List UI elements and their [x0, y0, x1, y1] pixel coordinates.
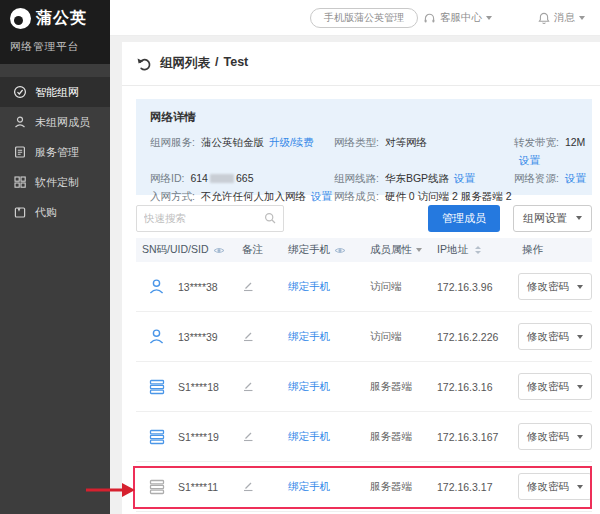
- edit-note-icon[interactable]: [242, 280, 254, 292]
- search-input[interactable]: [144, 212, 264, 224]
- server-device-icon: [148, 378, 166, 396]
- sidebar-nav: 智能组网 未组网成员 服务管理 软件定制 代购: [0, 77, 110, 227]
- user-device-icon: [147, 327, 166, 346]
- column-header-sn: SN码/UID/SID: [136, 243, 234, 257]
- member-ip: 172.16.3.16: [434, 381, 512, 393]
- member-type: 服务器端: [362, 380, 434, 394]
- mobile-admin-button[interactable]: 手机版蒲公英管理: [310, 8, 418, 28]
- member-ip: 172.16.3.17: [434, 481, 512, 493]
- sidebar: 蒲公英 网络管理平台 智能组网 未组网成员 服务管理 软件定制 代购: [0, 0, 110, 514]
- logo-block: 蒲公英 网络管理平台: [0, 0, 110, 64]
- member-ip: 172.16.3.96: [434, 281, 512, 293]
- field-forward-bandwidth: 转发带宽:12M设置: [514, 133, 592, 169]
- edit-note-icon[interactable]: [242, 480, 254, 492]
- edit-note-icon[interactable]: [242, 330, 254, 342]
- bandwidth-settings-link[interactable]: 设置: [519, 154, 540, 166]
- member-id: 13****38: [170, 281, 234, 293]
- change-password-button[interactable]: 修改密码: [518, 273, 592, 300]
- redacted-id-segment: [210, 174, 234, 183]
- field-network-resource: 网络资源:设置: [514, 169, 592, 187]
- member-type: 服务器端: [362, 430, 434, 444]
- chevron-down-icon: [579, 16, 585, 20]
- member-ip: 172.16.3.167: [434, 431, 512, 443]
- main-content-card: 组网列表 / Test 网络详情 组网服务:蒲公英铂金版升级/续费 网络类型:对…: [122, 42, 600, 514]
- platform-subtitle: 网络管理平台: [10, 40, 110, 54]
- upgrade-renew-link[interactable]: 升级/续费: [269, 136, 314, 148]
- member-table: SN码/UID/SID 备注 绑定手机 成员属性 IP地址 操作 13****3…: [136, 238, 592, 512]
- table-row-annotated: S1****11 绑定手机 服务器端 172.16.3.17 修改密码: [136, 462, 592, 512]
- bind-phone-link[interactable]: 绑定手机: [288, 330, 330, 342]
- edit-note-icon[interactable]: [242, 380, 254, 392]
- table-row: 13****38 绑定手机 访问端 172.16.3.96 修改密码: [136, 262, 592, 312]
- breadcrumb: 组网列表 / Test: [122, 42, 600, 86]
- column-header-operations: 操作: [512, 243, 586, 257]
- field-join-mode: 入网方式:不允许任何人加入网络设置: [150, 187, 334, 205]
- sidebar-item-label: 软件定制: [35, 175, 79, 190]
- chevron-down-icon: [577, 335, 583, 339]
- change-password-button[interactable]: 修改密码: [518, 373, 592, 400]
- bind-phone-link[interactable]: 绑定手机: [288, 430, 330, 442]
- chevron-down-icon: [576, 216, 582, 220]
- sidebar-item-purchasing[interactable]: 代购: [0, 197, 110, 227]
- breadcrumb-list-label[interactable]: 组网列表: [160, 55, 210, 72]
- resource-settings-link[interactable]: 设置: [565, 172, 586, 184]
- member-toolbar: 管理成员 组网设置: [136, 204, 592, 232]
- sidebar-item-label: 智能组网: [35, 85, 79, 100]
- topbar: 手机版蒲公英管理 客服中心 消息: [110, 0, 600, 36]
- sidebar-item-service-management[interactable]: 服务管理: [0, 137, 110, 167]
- column-header-note: 备注: [234, 243, 278, 257]
- breadcrumb-current: Test: [223, 55, 248, 72]
- server-device-icon: [148, 428, 166, 446]
- sidebar-item-unconnected-members[interactable]: 未组网成员: [0, 107, 110, 137]
- field-network-line: 组网线路:华东BGP线路设置: [334, 169, 514, 187]
- sidebar-item-label: 未组网成员: [35, 115, 90, 130]
- sidebar-item-label: 服务管理: [35, 145, 79, 160]
- field-network-service: 组网服务:蒲公英铂金版升级/续费: [150, 133, 334, 169]
- sidebar-item-software-customization[interactable]: 软件定制: [0, 167, 110, 197]
- search-icon[interactable]: [264, 212, 276, 224]
- column-header-phone: 绑定手机: [278, 243, 362, 257]
- member-type: 访问端: [362, 330, 434, 344]
- pgy-logo-icon: [10, 8, 31, 29]
- network-settings-button[interactable]: 组网设置: [513, 205, 592, 232]
- smart-network-icon: [13, 85, 27, 99]
- bind-phone-link[interactable]: 绑定手机: [288, 480, 330, 492]
- field-network-type: 网络类型:对等网络: [334, 133, 514, 169]
- sort-icon: [475, 246, 481, 254]
- member-id: 13****39: [170, 331, 234, 343]
- change-password-button[interactable]: 修改密码: [518, 473, 592, 500]
- network-settings-label: 组网设置: [523, 211, 567, 226]
- member-ip: 172.16.2.226: [434, 331, 512, 343]
- chevron-down-icon: [577, 485, 583, 489]
- back-icon[interactable]: [136, 56, 152, 72]
- support-center-menu[interactable]: 客服中心: [423, 0, 492, 36]
- table-row: 13****39 绑定手机 访问端 172.16.2.226 修改密码: [136, 312, 592, 362]
- field-network-members: 网络成员:硬件 0 访问端 2 服务器端 2: [334, 187, 592, 205]
- filter-caret-icon: [416, 248, 422, 252]
- member-id: S1****19: [170, 431, 234, 443]
- person-icon: [13, 115, 27, 129]
- messages-menu[interactable]: 消息: [538, 0, 585, 36]
- support-center-label: 客服中心: [440, 11, 482, 25]
- member-type: 服务器端: [362, 480, 434, 494]
- chevron-down-icon: [577, 435, 583, 439]
- join-mode-settings-link[interactable]: 设置: [311, 190, 332, 202]
- sidebar-item-smart-network[interactable]: 智能组网: [0, 77, 110, 107]
- bind-phone-link[interactable]: 绑定手机: [288, 380, 330, 392]
- edit-note-icon[interactable]: [242, 430, 254, 442]
- line-settings-link[interactable]: 设置: [454, 172, 475, 184]
- change-password-button[interactable]: 修改密码: [518, 423, 592, 450]
- chevron-down-icon: [577, 285, 583, 289]
- eye-icon[interactable]: [213, 246, 225, 255]
- change-password-button[interactable]: 修改密码: [518, 323, 592, 350]
- server-device-offline-icon: [148, 478, 166, 496]
- eye-icon[interactable]: [334, 246, 346, 255]
- bind-phone-link[interactable]: 绑定手机: [288, 280, 330, 292]
- messages-label: 消息: [554, 11, 575, 25]
- table-row: S1****18 绑定手机 服务器端 172.16.3.16 修改密码: [136, 362, 592, 412]
- member-type: 访问端: [362, 280, 434, 294]
- search-box[interactable]: [136, 205, 284, 232]
- manage-members-button[interactable]: 管理成员: [428, 205, 500, 232]
- column-header-member-type[interactable]: 成员属性: [362, 243, 434, 257]
- column-header-ip[interactable]: IP地址: [434, 243, 512, 257]
